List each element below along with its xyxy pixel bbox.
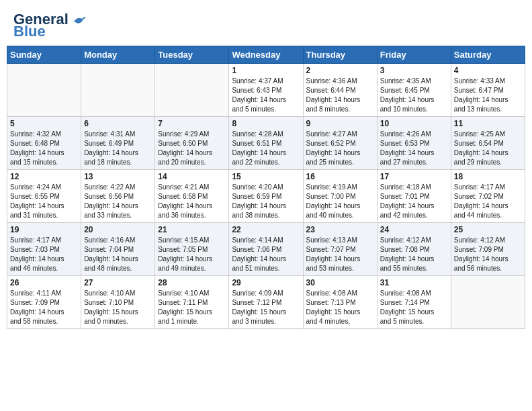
calendar-week-row: 1Sunrise: 4:37 AM Sunset: 6:43 PM Daylig…	[7, 64, 525, 117]
calendar-cell: 13Sunrise: 4:22 AM Sunset: 6:56 PM Dayli…	[81, 170, 155, 223]
logo-bird-icon	[73, 15, 87, 26]
calendar-cell: 12Sunrise: 4:24 AM Sunset: 6:55 PM Dayli…	[7, 170, 81, 223]
calendar-cell: 14Sunrise: 4:21 AM Sunset: 6:58 PM Dayli…	[155, 170, 229, 223]
calendar-cell: 17Sunrise: 4:18 AM Sunset: 7:01 PM Dayli…	[377, 170, 451, 223]
day-info: Sunrise: 4:11 AM Sunset: 7:09 PM Dayligh…	[10, 289, 78, 326]
calendar-cell: 10Sunrise: 4:26 AM Sunset: 6:53 PM Dayli…	[377, 117, 451, 170]
day-number: 31	[380, 278, 448, 287]
day-info: Sunrise: 4:27 AM Sunset: 6:52 PM Dayligh…	[306, 130, 374, 167]
day-number: 9	[306, 119, 374, 128]
day-info: Sunrise: 4:24 AM Sunset: 6:55 PM Dayligh…	[10, 183, 78, 220]
day-number: 13	[84, 172, 152, 181]
calendar-cell: 8Sunrise: 4:28 AM Sunset: 6:51 PM Daylig…	[229, 117, 303, 170]
calendar-cell: 31Sunrise: 4:08 AM Sunset: 7:14 PM Dayli…	[377, 276, 451, 329]
calendar-header-thursday: Thursday	[303, 46, 377, 64]
calendar-cell: 4Sunrise: 4:33 AM Sunset: 6:47 PM Daylig…	[451, 64, 525, 117]
calendar-header-sunday: Sunday	[7, 46, 81, 64]
day-info: Sunrise: 4:13 AM Sunset: 7:07 PM Dayligh…	[306, 236, 374, 273]
day-info: Sunrise: 4:20 AM Sunset: 6:59 PM Dayligh…	[232, 183, 300, 220]
day-number: 16	[306, 172, 374, 181]
calendar-cell: 9Sunrise: 4:27 AM Sunset: 6:52 PM Daylig…	[303, 117, 377, 170]
calendar-cell: 29Sunrise: 4:09 AM Sunset: 7:12 PM Dayli…	[229, 276, 303, 329]
calendar-cell: 2Sunrise: 4:36 AM Sunset: 6:44 PM Daylig…	[303, 64, 377, 117]
day-number: 6	[84, 119, 152, 128]
day-number: 26	[10, 278, 78, 287]
day-info: Sunrise: 4:17 AM Sunset: 7:03 PM Dayligh…	[10, 236, 78, 273]
calendar-cell	[451, 276, 525, 329]
day-info: Sunrise: 4:08 AM Sunset: 7:13 PM Dayligh…	[306, 289, 374, 326]
day-number: 27	[84, 278, 152, 287]
calendar-cell: 30Sunrise: 4:08 AM Sunset: 7:13 PM Dayli…	[303, 276, 377, 329]
day-number: 2	[306, 66, 374, 75]
calendar-cell: 5Sunrise: 4:32 AM Sunset: 6:48 PM Daylig…	[7, 117, 81, 170]
day-info: Sunrise: 4:33 AM Sunset: 6:47 PM Dayligh…	[454, 77, 522, 114]
day-number: 21	[158, 225, 226, 234]
calendar-header-wednesday: Wednesday	[229, 46, 303, 64]
calendar-cell: 27Sunrise: 4:10 AM Sunset: 7:10 PM Dayli…	[81, 276, 155, 329]
day-info: Sunrise: 4:10 AM Sunset: 7:10 PM Dayligh…	[84, 289, 152, 326]
day-number: 14	[158, 172, 226, 181]
day-info: Sunrise: 4:31 AM Sunset: 6:49 PM Dayligh…	[84, 130, 152, 167]
calendar-cell: 3Sunrise: 4:35 AM Sunset: 6:45 PM Daylig…	[377, 64, 451, 117]
day-info: Sunrise: 4:15 AM Sunset: 7:05 PM Dayligh…	[158, 236, 226, 273]
calendar-week-row: 26Sunrise: 4:11 AM Sunset: 7:09 PM Dayli…	[7, 276, 525, 329]
day-info: Sunrise: 4:25 AM Sunset: 6:54 PM Dayligh…	[454, 130, 522, 167]
calendar-cell: 16Sunrise: 4:19 AM Sunset: 7:00 PM Dayli…	[303, 170, 377, 223]
calendar-cell: 23Sunrise: 4:13 AM Sunset: 7:07 PM Dayli…	[303, 223, 377, 276]
day-number: 3	[380, 66, 448, 75]
calendar-header-row: SundayMondayTuesdayWednesdayThursdayFrid…	[7, 46, 525, 64]
calendar-week-row: 12Sunrise: 4:24 AM Sunset: 6:55 PM Dayli…	[7, 170, 525, 223]
day-info: Sunrise: 4:14 AM Sunset: 7:06 PM Dayligh…	[232, 236, 300, 273]
calendar-cell: 24Sunrise: 4:12 AM Sunset: 7:08 PM Dayli…	[377, 223, 451, 276]
day-info: Sunrise: 4:36 AM Sunset: 6:44 PM Dayligh…	[306, 77, 374, 114]
day-info: Sunrise: 4:29 AM Sunset: 6:50 PM Dayligh…	[158, 130, 226, 167]
day-number: 4	[454, 66, 522, 75]
calendar-cell: 20Sunrise: 4:16 AM Sunset: 7:04 PM Dayli…	[81, 223, 155, 276]
page-header: General Blue	[7, 7, 525, 42]
day-number: 7	[158, 119, 226, 128]
day-info: Sunrise: 4:12 AM Sunset: 7:09 PM Dayligh…	[454, 236, 522, 273]
day-number: 30	[306, 278, 374, 287]
calendar-cell: 19Sunrise: 4:17 AM Sunset: 7:03 PM Dayli…	[7, 223, 81, 276]
day-info: Sunrise: 4:16 AM Sunset: 7:04 PM Dayligh…	[84, 236, 152, 273]
day-info: Sunrise: 4:09 AM Sunset: 7:12 PM Dayligh…	[232, 289, 300, 326]
day-number: 19	[10, 225, 78, 234]
logo: General Blue	[13, 12, 87, 39]
day-info: Sunrise: 4:10 AM Sunset: 7:11 PM Dayligh…	[158, 289, 226, 326]
day-info: Sunrise: 4:26 AM Sunset: 6:53 PM Dayligh…	[380, 130, 448, 167]
day-info: Sunrise: 4:37 AM Sunset: 6:43 PM Dayligh…	[232, 77, 300, 114]
day-info: Sunrise: 4:35 AM Sunset: 6:45 PM Dayligh…	[380, 77, 448, 114]
day-number: 12	[10, 172, 78, 181]
day-number: 28	[158, 278, 226, 287]
day-info: Sunrise: 4:12 AM Sunset: 7:08 PM Dayligh…	[380, 236, 448, 273]
day-number: 24	[380, 225, 448, 234]
calendar-week-row: 5Sunrise: 4:32 AM Sunset: 6:48 PM Daylig…	[7, 117, 525, 170]
calendar-cell	[81, 64, 155, 117]
day-info: Sunrise: 4:21 AM Sunset: 6:58 PM Dayligh…	[158, 183, 226, 220]
calendar-cell: 1Sunrise: 4:37 AM Sunset: 6:43 PM Daylig…	[229, 64, 303, 117]
calendar-cell: 26Sunrise: 4:11 AM Sunset: 7:09 PM Dayli…	[7, 276, 81, 329]
day-number: 23	[306, 225, 374, 234]
calendar-table: SundayMondayTuesdayWednesdayThursdayFrid…	[7, 46, 525, 329]
calendar-week-row: 19Sunrise: 4:17 AM Sunset: 7:03 PM Dayli…	[7, 223, 525, 276]
day-number: 22	[232, 225, 300, 234]
day-number: 25	[454, 225, 522, 234]
calendar-header-saturday: Saturday	[451, 46, 525, 64]
day-info: Sunrise: 4:17 AM Sunset: 7:02 PM Dayligh…	[454, 183, 522, 220]
calendar-cell: 6Sunrise: 4:31 AM Sunset: 6:49 PM Daylig…	[81, 117, 155, 170]
calendar-cell	[7, 64, 81, 117]
day-info: Sunrise: 4:19 AM Sunset: 7:00 PM Dayligh…	[306, 183, 374, 220]
day-info: Sunrise: 4:28 AM Sunset: 6:51 PM Dayligh…	[232, 130, 300, 167]
calendar-cell: 25Sunrise: 4:12 AM Sunset: 7:09 PM Dayli…	[451, 223, 525, 276]
day-number: 18	[454, 172, 522, 181]
day-number: 11	[454, 119, 522, 128]
calendar-cell: 28Sunrise: 4:10 AM Sunset: 7:11 PM Dayli…	[155, 276, 229, 329]
day-number: 29	[232, 278, 300, 287]
calendar-cell: 15Sunrise: 4:20 AM Sunset: 6:59 PM Dayli…	[229, 170, 303, 223]
day-number: 5	[10, 119, 78, 128]
calendar-cell: 22Sunrise: 4:14 AM Sunset: 7:06 PM Dayli…	[229, 223, 303, 276]
day-number: 17	[380, 172, 448, 181]
calendar-header-monday: Monday	[81, 46, 155, 64]
day-info: Sunrise: 4:22 AM Sunset: 6:56 PM Dayligh…	[84, 183, 152, 220]
logo-blue-text: Blue	[13, 24, 46, 39]
